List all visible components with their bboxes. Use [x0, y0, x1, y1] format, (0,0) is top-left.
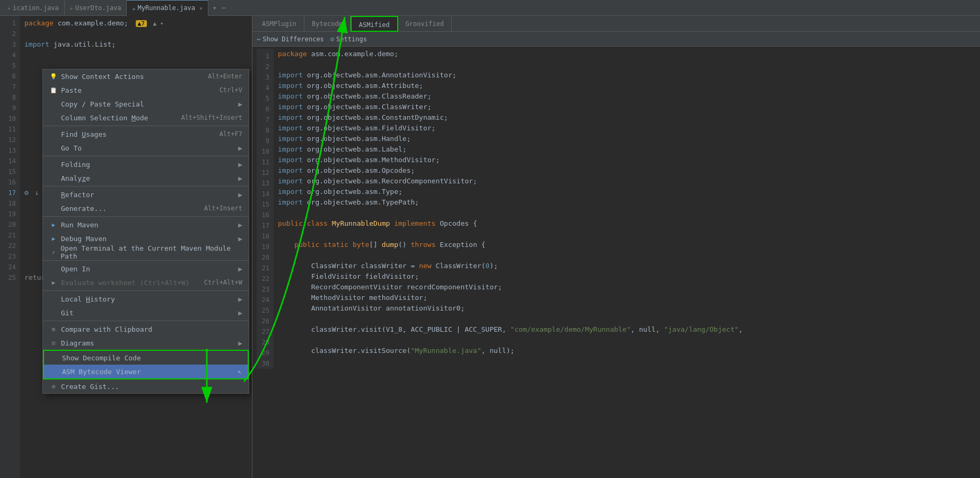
- context-menu: 💡 Show Context Actions Alt+Enter 📋 Paste…: [42, 69, 249, 394]
- cursor-icon: ↖: [238, 368, 241, 375]
- asm-line-numbers: 1 2 3 4 5 6 7 8 9 10 11 12 13 14: [257, 49, 274, 369]
- cm-copy-paste-special[interactable]: Copy / Paste Special ▶: [43, 97, 249, 111]
- cm-run-maven[interactable]: ▶ Run Maven ▶: [43, 218, 249, 232]
- asm-tab-bar: ASMPlugin Bytecode ASMified Groovified: [252, 16, 980, 32]
- cm-open-in[interactable]: Open In ▶: [43, 262, 249, 276]
- asm-line-15: import org.objectweb.asm.TypePath;: [278, 197, 743, 208]
- cm-generate[interactable]: Generate... Alt+Insert: [43, 201, 249, 215]
- asm-tab-asmified[interactable]: ASMified: [351, 16, 398, 32]
- code-line-2: [24, 29, 248, 39]
- debug-maven-icon: ▶: [49, 235, 58, 242]
- arrow-icon-10: ▶: [238, 309, 242, 317]
- asm-line-26: [278, 314, 743, 324]
- arrow-icon-2: ▶: [238, 144, 242, 152]
- code-line-4: [24, 50, 248, 60]
- cm-git[interactable]: Git ▶: [43, 306, 249, 320]
- arrow-icon-4: ▶: [238, 174, 242, 182]
- cm-sep-3: [43, 186, 249, 187]
- close-tab-icon[interactable]: ✕: [199, 5, 203, 11]
- github-icon: ⚙: [49, 383, 58, 390]
- cm-show-decompile[interactable]: Show Decompile Code: [44, 351, 248, 365]
- arrow-icon-8: ▶: [238, 265, 242, 273]
- asm-line-8: import org.objectweb.asm.FieldVisitor;: [278, 123, 743, 134]
- cm-asm-bytecode-viewer[interactable]: ASM Bytecode Viewer ↖: [44, 365, 248, 378]
- arrow-icon-1: ▶: [238, 100, 242, 108]
- asm-line-12: import org.objectweb.asm.Opcodes;: [278, 165, 743, 176]
- cm-local-history[interactable]: Local History ▶: [43, 292, 249, 306]
- asm-code-area[interactable]: 1 2 3 4 5 6 7 8 9 10 11 12 13 14: [252, 47, 980, 478]
- asm-line-30: [278, 356, 743, 367]
- asm-line-19: public static byte[] dump() throws Excep…: [278, 240, 743, 250]
- cm-sep-2: [43, 156, 249, 156]
- asm-line-5: import org.objectweb.asm.ClassReader;: [278, 91, 743, 102]
- diff-icon: ↔: [257, 36, 260, 43]
- run-maven-icon: ▶: [49, 222, 58, 228]
- asm-line-3: import org.objectweb.asm.AnnotationVisit…: [278, 70, 743, 81]
- asm-line-24: MethodVisitor methodVisitor;: [278, 293, 743, 303]
- tab-application[interactable]: ☕ ication.java: [2, 0, 65, 16]
- asm-line-23: RecordComponentVisitor recordComponentVi…: [278, 282, 743, 293]
- asm-tab-groovified[interactable]: Groovified: [398, 16, 452, 32]
- tab-menu-icon[interactable]: ⋯: [220, 3, 228, 13]
- cm-compare-clipboard[interactable]: ⊞ Compare with Clipboard: [43, 322, 249, 336]
- cm-sep-1: [43, 126, 249, 126]
- asm-line-11: import org.objectweb.asm.MethodVisitor;: [278, 155, 743, 165]
- asm-line-27: classWriter.visit(V1_8, ACC_PUBLIC | ACC…: [278, 324, 743, 335]
- asm-line-22: FieldVisitor fieldVisitor;: [278, 271, 743, 282]
- left-editor-panel: 1 2 3 4 5 6 7 8 9 10 11 12 13 14 15 16 1: [0, 16, 252, 478]
- asm-line-20: [278, 250, 743, 261]
- asm-tab-bytecode[interactable]: Bytecode: [304, 16, 351, 32]
- play-icon: ▶: [49, 279, 58, 286]
- asm-line-21: ClassWriter classWriter = new ClassWrite…: [278, 261, 743, 271]
- tab-dropdown-icon[interactable]: ▾: [211, 3, 218, 13]
- arrow-icon-7: ▶: [238, 235, 242, 243]
- show-differences-btn[interactable]: ↔ Show Differences: [257, 36, 324, 43]
- cm-diagrams[interactable]: ⊡ Diagrams ▶: [43, 336, 249, 350]
- cm-analyze[interactable]: Analyze ▶: [43, 171, 249, 185]
- terminal-icon: ⚡: [49, 249, 57, 256]
- warning-badge: ▲7: [136, 20, 147, 27]
- settings-btn[interactable]: ⚙ Settings: [330, 36, 367, 43]
- cm-go-to[interactable]: Go To ▶: [43, 141, 249, 155]
- bulb-icon: 💡: [49, 73, 58, 80]
- cm-paste[interactable]: 📋 Paste Ctrl+V: [43, 83, 249, 97]
- asm-tab-asmplugin[interactable]: ASMPlugin: [255, 16, 304, 32]
- tab-myrunnable[interactable]: ☕ MyRunnable.java ✕: [127, 0, 208, 16]
- asm-line-2: [278, 59, 743, 70]
- asm-toolbar: ↔ Show Differences ⚙ Settings: [252, 32, 980, 47]
- tab-userdto[interactable]: ☕ UserDto.java: [65, 0, 127, 16]
- tab-bar: ☕ ication.java ☕ UserDto.java ☕ MyRunnab…: [0, 0, 980, 16]
- cm-debug-maven[interactable]: ▶ Debug Maven ▶: [43, 232, 249, 245]
- compare-icon: ⊞: [49, 326, 58, 333]
- tab-extras: ▾ ⋯: [208, 3, 230, 13]
- asm-line-10: import org.objectweb.asm.Label;: [278, 144, 743, 155]
- asm-line-25: AnnotationVisitor annotationVisitor0;: [278, 303, 743, 314]
- cm-refactor[interactable]: Refactor ▶: [43, 188, 249, 201]
- paste-icon: 📋: [49, 87, 58, 94]
- code-line-3: import java.util.List;: [24, 39, 248, 50]
- diagrams-icon: ⊡: [49, 340, 58, 347]
- cm-open-terminal[interactable]: ⚡ Open Terminal at the Current Maven Mod…: [43, 245, 249, 259]
- cm-sep-4: [43, 216, 249, 217]
- cm-column-selection[interactable]: Column Selection Mode Alt+Shift+Insert: [43, 111, 249, 125]
- asm-line-28: [278, 335, 743, 346]
- cm-create-gist[interactable]: ⚙ Create Gist...: [43, 379, 249, 393]
- cm-sep-5: [43, 260, 249, 261]
- asm-line-4: import org.objectweb.asm.Attribute;: [278, 81, 743, 91]
- right-asm-panel: ASMPlugin Bytecode ASMified Groovified ↔…: [252, 16, 980, 478]
- java-icon-2: ☕: [70, 5, 73, 11]
- asm-code-content: package asm.com.example.demo; import org…: [274, 49, 743, 369]
- line-numbers: 1 2 3 4 5 6 7 8 9 10 11 12 13 14 15 16 1: [0, 16, 20, 478]
- cm-find-usages[interactable]: Find Usages Alt+F7: [43, 127, 249, 141]
- arrow-icon-6: ▶: [238, 221, 242, 229]
- asm-line-18: [278, 229, 743, 240]
- asm-line-14: import org.objectweb.asm.Type;: [278, 187, 743, 197]
- asm-line-6: import org.objectweb.asm.ClassWriter;: [278, 102, 743, 112]
- cm-folding[interactable]: Folding ▶: [43, 157, 249, 171]
- cm-show-context-actions[interactable]: 💡 Show Context Actions Alt+Enter: [43, 69, 249, 83]
- asm-line-13: import org.objectweb.asm.RecordComponent…: [278, 176, 743, 187]
- settings-icon: ⚙: [330, 36, 334, 43]
- cm-sep-6: [43, 290, 249, 291]
- java-icon-3: ☕: [132, 5, 135, 11]
- cm-sep-7: [43, 321, 249, 321]
